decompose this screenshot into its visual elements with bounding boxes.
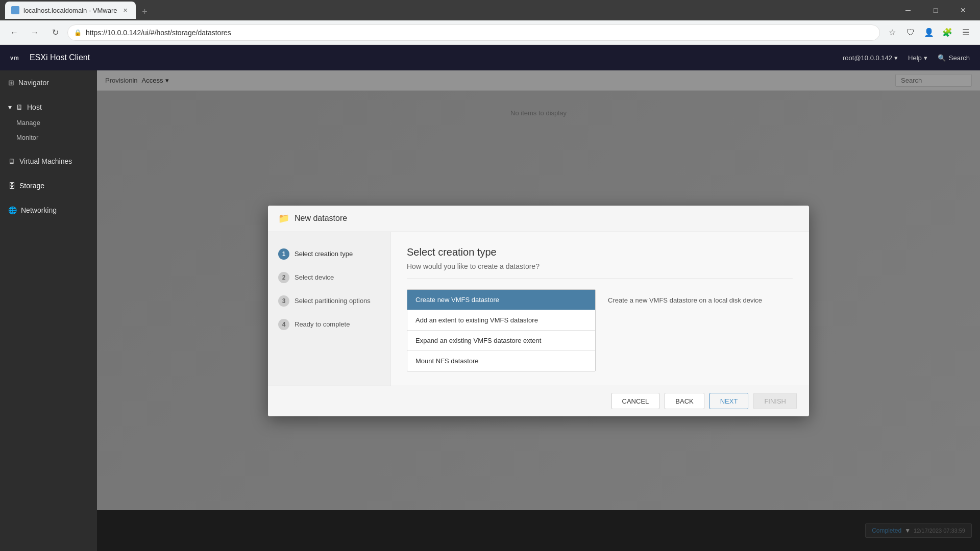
step-2-label: Select device	[295, 273, 334, 281]
chevron-down-icon: ▾	[8, 103, 12, 111]
dialog-body: 1 Select creation type 2 Select device 3…	[268, 232, 809, 386]
sidebar-item-manage[interactable]: Manage	[0, 115, 97, 130]
content-title: Select creation type	[407, 246, 793, 258]
main-content: Provisionin Access ▾ No items to display	[97, 70, 980, 551]
step-4[interactable]: 4 Ready to complete	[268, 313, 390, 336]
bookmark-button[interactable]: ☆	[884, 24, 900, 41]
steps-panel: 1 Select creation type 2 Select device 3…	[268, 232, 390, 386]
back-button[interactable]: ←	[6, 24, 22, 41]
dialog-title: New datastore	[295, 214, 347, 223]
sidebar-host-header[interactable]: ▾ 🖥 Host	[0, 99, 97, 115]
options-container: Create new VMFS datastore Add an extent …	[407, 289, 793, 371]
option-expand-extent[interactable]: Expand an existing VMFS datastore extent	[407, 331, 595, 351]
app-logo: vm	[10, 55, 19, 61]
step-2[interactable]: 2 Select device	[268, 266, 390, 289]
new-datastore-dialog: 📁 New datastore 1 Select creation type	[268, 206, 809, 416]
extensions-button[interactable]: 🧩	[939, 24, 955, 41]
search-icon: 🔍	[938, 54, 946, 62]
tab-title: localhost.localdomain - VMware	[23, 7, 117, 14]
vm-icon: 🖥	[8, 157, 15, 165]
refresh-button[interactable]: ↻	[47, 24, 63, 41]
app-topbar: vm ESXi Host Client root@10.0.0.142 ▾ He…	[0, 45, 980, 70]
browser-titlebar: localhost.localdomain - VMware ✕ + ─ □ ✕	[0, 0, 980, 20]
dialog-footer: CANCEL BACK NEXT FINISH	[268, 386, 809, 416]
tab-close-button[interactable]: ✕	[121, 6, 130, 14]
step-1[interactable]: 1 Select creation type	[268, 242, 390, 266]
forward-button[interactable]: →	[27, 24, 43, 41]
security-icon: 🔒	[74, 29, 82, 36]
network-icon: 🌐	[8, 206, 17, 214]
content-subtitle: How would you like to create a datastore…	[407, 262, 793, 279]
app-name: ESXi Host Client	[30, 53, 90, 62]
shield-button[interactable]: 🛡	[902, 24, 919, 41]
step-1-number: 1	[278, 248, 289, 260]
search-area[interactable]: 🔍 Search	[938, 54, 970, 62]
url-input[interactable]	[86, 29, 873, 37]
maximize-button[interactable]: □	[924, 2, 947, 18]
address-bar: 🔒	[67, 24, 880, 41]
option-description: Create a new VMFS datastore on a local d…	[596, 289, 793, 312]
sidebar-storage-header[interactable]: 🗄 Storage	[0, 178, 97, 194]
new-tab-button[interactable]: +	[138, 5, 152, 19]
option-add-extent[interactable]: Add an extent to existing VMFS datastore	[407, 310, 595, 331]
sidebar-item-monitor[interactable]: Monitor	[0, 130, 97, 145]
next-button[interactable]: NEXT	[709, 393, 749, 409]
browser-toolbar: ← → ↻ 🔒 ☆ 🛡 👤 🧩 ☰	[0, 20, 980, 45]
step-3[interactable]: 3 Select partitioning options	[268, 289, 390, 313]
step-4-label: Ready to complete	[295, 320, 350, 328]
sidebar-vm-header[interactable]: 🖥 Virtual Machines	[0, 153, 97, 169]
window-controls: ─ □ ✕	[896, 2, 975, 18]
step-1-label: Select creation type	[295, 250, 353, 258]
host-icon: 🖥	[16, 103, 23, 111]
options-list: Create new VMFS datastore Add an extent …	[407, 289, 596, 371]
minimize-button[interactable]: ─	[896, 2, 920, 18]
browser-frame: localhost.localdomain - VMware ✕ + ─ □ ✕…	[0, 0, 980, 551]
profile-button[interactable]: 👤	[921, 24, 937, 41]
toolbar-actions: ☆ 🛡 👤 🧩 ☰	[884, 24, 974, 41]
finish-button: FINISH	[753, 393, 797, 409]
app-layout: ⊞ Navigator ▾ 🖥 Host Manage Monitor	[0, 70, 980, 551]
tab-favicon	[11, 6, 19, 14]
step-2-number: 2	[278, 272, 289, 283]
step-3-label: Select partitioning options	[295, 297, 371, 305]
cancel-button[interactable]: CANCEL	[611, 393, 660, 409]
user-menu[interactable]: root@10.0.0.142 ▾	[843, 54, 898, 62]
datastore-icon: 📁	[278, 213, 289, 224]
step-4-number: 4	[278, 319, 289, 330]
sidebar-networking-header[interactable]: 🌐 Networking	[0, 202, 97, 218]
content-panel: Select creation type How would you like …	[390, 232, 809, 386]
step-3-number: 3	[278, 295, 289, 307]
close-button[interactable]: ✕	[951, 2, 975, 18]
menu-button[interactable]: ☰	[958, 24, 974, 41]
grid-icon: ⊞	[8, 79, 14, 87]
help-menu[interactable]: Help ▾	[908, 54, 927, 62]
back-button[interactable]: BACK	[665, 393, 704, 409]
browser-tab[interactable]: localhost.localdomain - VMware ✕	[5, 2, 136, 19]
sidebar: ⊞ Navigator ▾ 🖥 Host Manage Monitor	[0, 70, 97, 551]
option-mount-nfs[interactable]: Mount NFS datastore	[407, 351, 595, 371]
dialog-header: 📁 New datastore	[268, 206, 809, 232]
sidebar-navigator-header: ⊞ Navigator	[0, 74, 97, 91]
modal-overlay: 📁 New datastore 1 Select creation type	[97, 70, 980, 551]
option-create-vmfs[interactable]: Create new VMFS datastore	[407, 290, 595, 310]
storage-icon: 🗄	[8, 182, 15, 190]
